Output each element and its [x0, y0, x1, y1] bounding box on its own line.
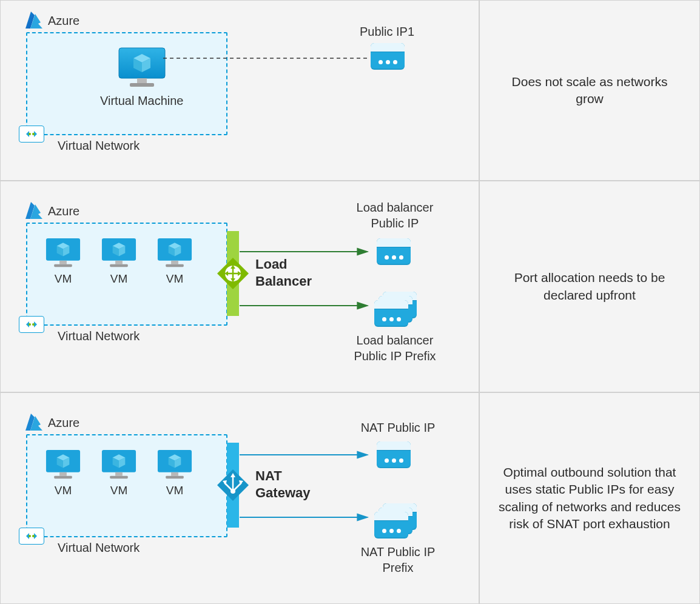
- nat-gateway-icon: [217, 443, 260, 528]
- azure-header: Azure: [24, 10, 79, 31]
- vnet-caption: Virtual Network: [58, 329, 140, 343]
- virtual-network-icon: [19, 316, 44, 333]
- svg-rect-18: [54, 264, 72, 267]
- virtual-network-icon: [19, 528, 44, 545]
- description-cell-3: Optimal outbound solution that uses stat…: [479, 392, 700, 604]
- azure-header: Azure: [24, 412, 79, 433]
- vm-label: VM: [156, 484, 194, 497]
- vm-monitor-icon: [44, 237, 82, 270]
- vnet-caption: Virtual Network: [58, 541, 140, 555]
- load-balancer-icon: [217, 231, 260, 316]
- vm-monitor-icon: [100, 237, 138, 270]
- vm-label: VM: [44, 484, 82, 497]
- description-cell-1: Does not scale as networks grow: [479, 0, 700, 181]
- svg-rect-62: [171, 472, 178, 476]
- lb-public-ip-prefix-label: Load balancer Public IP Prefix: [340, 332, 449, 364]
- vm-1: VM: [44, 449, 82, 497]
- svg-rect-56: [115, 472, 123, 476]
- vm-monitor-icon: [156, 237, 194, 270]
- virtual-network-icon: [19, 126, 44, 143]
- scenario-nat-gateway: Azure Virtual Network: [0, 392, 479, 604]
- svg-rect-63: [166, 476, 184, 478]
- azure-logo-icon: [24, 10, 44, 31]
- description-text: Port allocation needs to be declared upf…: [498, 269, 681, 304]
- description-text: Does not scale as networks grow: [498, 73, 681, 108]
- azure-label: Azure: [48, 416, 79, 430]
- nat-gateway-label: NAT Gateway: [255, 468, 311, 501]
- svg-rect-17: [59, 261, 67, 264]
- vm-label: VM: [100, 272, 138, 286]
- vm-monitor-icon: [100, 449, 138, 482]
- nat-public-ip-prefix-label: NAT Public IP Prefix: [349, 544, 446, 575]
- azure-label: Azure: [48, 204, 79, 218]
- description-text: Optimal outbound solution that uses stat…: [498, 464, 681, 532]
- scenario-vm-direct-ip: Azure: [0, 0, 479, 181]
- lb-public-ip-label: Load balancer Public IP: [343, 200, 446, 231]
- svg-rect-57: [110, 476, 128, 478]
- vm-3: VM: [156, 237, 194, 286]
- svg-point-15: [32, 323, 35, 326]
- vm-monitor-icon: [116, 47, 167, 90]
- azure-label: Azure: [48, 14, 79, 28]
- vm-1: VM: [44, 237, 82, 286]
- vm-label: VM: [44, 272, 82, 286]
- azure-header: Azure: [24, 201, 79, 221]
- svg-rect-24: [110, 264, 128, 267]
- svg-rect-7: [130, 83, 154, 87]
- svg-point-3: [32, 133, 35, 135]
- virtual-machine: Virtual Machine: [100, 47, 183, 108]
- vm-2: VM: [100, 449, 138, 497]
- load-balancer-label: Load Balancer: [255, 256, 312, 289]
- nat-public-ip-prefix-icon: [374, 503, 418, 540]
- vm-monitor-icon: [156, 449, 194, 482]
- description-cell-2: Port allocation needs to be declared upf…: [479, 181, 700, 392]
- svg-rect-50: [59, 472, 67, 476]
- lb-public-ip-icon: [377, 238, 411, 265]
- svg-rect-6: [137, 78, 147, 83]
- vm-monitor-icon: [44, 449, 82, 482]
- svg-rect-29: [171, 261, 178, 264]
- svg-point-47: [29, 535, 31, 537]
- vnet-caption: Virtual Network: [58, 139, 140, 153]
- vm-label: VM: [156, 272, 194, 286]
- svg-point-2: [29, 133, 31, 135]
- lb-public-ip-prefix-icon: [374, 292, 418, 328]
- azure-logo-icon: [24, 412, 44, 433]
- vm-2: VM: [100, 237, 138, 286]
- scenario-load-balancer: Azure Virtual Network: [0, 181, 479, 392]
- svg-rect-30: [166, 264, 184, 267]
- public-ip-icon: [371, 43, 405, 70]
- svg-point-14: [29, 323, 31, 326]
- svg-rect-51: [54, 476, 72, 478]
- vm-label: VM: [100, 484, 138, 497]
- vm-label: Virtual Machine: [100, 94, 183, 108]
- svg-rect-23: [115, 261, 123, 264]
- svg-point-48: [32, 535, 35, 537]
- virtual-network-box: Virtual Machine: [26, 32, 227, 135]
- nat-public-ip-label: NAT Public IP: [349, 420, 446, 435]
- vm-3: VM: [156, 449, 194, 497]
- nat-public-ip-icon: [377, 441, 411, 468]
- azure-logo-icon: [24, 201, 44, 221]
- public-ip-label: Public IP1: [354, 24, 420, 39]
